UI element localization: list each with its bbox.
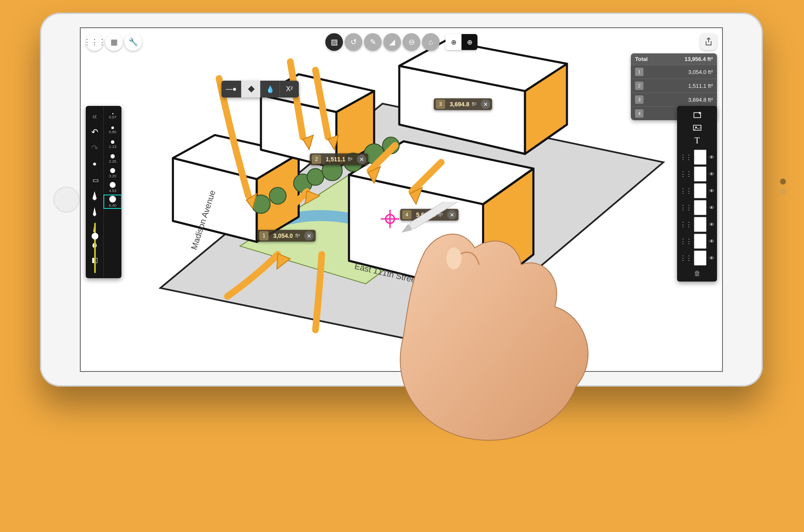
brush-size-label: 0.57: [109, 115, 116, 119]
redo-button[interactable]: ↷: [89, 142, 100, 154]
layers-panel: T ⋮⋮👁⋮⋮👁⋮⋮👁⋮⋮👁⋮⋮👁⋮⋮👁⋮⋮👁 🗑: [677, 106, 717, 282]
brush-size-label: 0.80: [109, 130, 116, 134]
share-icon: [705, 37, 712, 46]
measurement-tag-4[interactable]: 4 5,696.4 ft² ✕: [400, 209, 459, 221]
fill-mode-pill: —● 💧 X²: [221, 81, 299, 97]
measurement-num: 1: [259, 231, 269, 240]
layer-row[interactable]: ⋮⋮👁: [677, 233, 717, 250]
grid-dots-button[interactable]: ⋮⋮⋮: [86, 33, 103, 51]
measurement-num: 2: [312, 155, 321, 164]
apps-grid-button[interactable]: ▦: [105, 33, 123, 51]
add-layer-button[interactable]: [691, 110, 704, 120]
mode-bucket-button[interactable]: [241, 81, 260, 97]
layer-drag-handle-icon[interactable]: ⋮⋮: [680, 204, 691, 212]
measurement-unit: ft²: [295, 233, 303, 239]
layer-visibility-icon[interactable]: 👁: [709, 221, 714, 228]
layer-row[interactable]: ⋮⋮👁: [677, 149, 717, 166]
delete-layer-button[interactable]: 🗑: [677, 266, 717, 277]
brush-size-4.53[interactable]: 4.53: [104, 181, 121, 194]
layer-thumbnail[interactable]: [694, 183, 706, 198]
layer-thumbnail[interactable]: [694, 200, 706, 215]
layer-row[interactable]: ⋮⋮👁: [677, 182, 717, 199]
brush-size-0.57[interactable]: 0.57: [104, 109, 121, 123]
layer-row[interactable]: ⋮⋮👁: [677, 216, 717, 233]
mode-line-button[interactable]: —●: [221, 81, 241, 97]
pencil-tool-button[interactable]: ✎: [364, 33, 382, 51]
history-tool-button[interactable]: ↺: [345, 33, 362, 51]
layer-drag-handle-icon[interactable]: ⋮⋮: [680, 187, 691, 195]
area-total-row: Total 13,956.4 ft²: [631, 53, 717, 65]
measurement-tag-1[interactable]: 1 3,054.0 ft² ✕: [257, 230, 316, 242]
brush-panel: « ↶ ↷ ● ▭ ◧ 0.570.801.132.263.204.536.40: [86, 106, 121, 278]
close-icon[interactable]: ✕: [357, 155, 366, 164]
app-screen: Madison Avenue East 111th Street ⋮⋮⋮ ▦ 🔧…: [80, 27, 723, 372]
layer-visibility-icon[interactable]: 👁: [709, 205, 714, 211]
layer-visibility-icon[interactable]: 👁: [709, 171, 714, 177]
layer-row[interactable]: ⋮⋮👁: [677, 250, 717, 266]
panel-collapse-button[interactable]: «: [89, 110, 100, 122]
measurement-tag-2[interactable]: 2 1,511.1 ft² ✕: [310, 153, 368, 165]
layer-drag-handle-icon[interactable]: ⋮⋮: [680, 237, 691, 245]
area-row-1[interactable]: 1 3,054.0 ft²: [631, 65, 717, 79]
close-icon[interactable]: ✕: [481, 100, 490, 109]
brush-size-label: 3.20: [109, 174, 116, 178]
top-center-toolbar: ▨ ↺ ✎ ◢ ⊖ ⌂ ⊕ ⊕: [325, 33, 477, 51]
mode-power-button[interactable]: X²: [279, 81, 299, 97]
brush-size-6.40[interactable]: 6.40: [104, 195, 121, 208]
measurement-unit: ft²: [348, 156, 355, 162]
brush-flat-button[interactable]: ▭: [89, 174, 100, 186]
layer-drag-handle-icon[interactable]: ⋮⋮: [680, 153, 691, 161]
measurement-tag-3[interactable]: 3 3,694.8 ft² ✕: [434, 98, 492, 110]
close-icon[interactable]: ✕: [447, 210, 456, 219]
top-left-toolbar: ⋮⋮⋮ ▦ 🔧: [86, 33, 142, 51]
layer-visibility-icon[interactable]: 👁: [709, 188, 714, 194]
area-row-3[interactable]: 3 3,694.8 ft²: [631, 92, 717, 106]
layer-drag-handle-icon[interactable]: ⋮⋮: [680, 170, 691, 178]
subtract-tool-button[interactable]: ⊖: [403, 33, 420, 51]
area-total-value: 13,956.4 ft²: [685, 56, 713, 62]
drawing-canvas[interactable]: [81, 28, 722, 372]
close-icon[interactable]: ✕: [304, 231, 314, 240]
layer-thumbnail[interactable]: [694, 250, 706, 266]
measurement-value: 1,511.1: [323, 156, 348, 163]
settings-wrench-button[interactable]: 🔧: [124, 33, 142, 51]
brush-size-1.13[interactable]: 1.13: [104, 138, 121, 151]
layer-visibility-icon[interactable]: 👁: [709, 255, 714, 261]
share-button[interactable]: [700, 33, 717, 50]
opacity-slider-track[interactable]: [94, 223, 96, 273]
opacity-slider-thumb[interactable]: [92, 233, 98, 240]
home-button[interactable]: [53, 187, 79, 213]
add-text-layer-button[interactable]: T: [691, 135, 704, 145]
svg-point-15: [307, 169, 324, 185]
layer-thumbnail[interactable]: [694, 217, 706, 232]
layer-visibility-icon[interactable]: 👁: [709, 238, 714, 245]
mode-droplet-button[interactable]: 💧: [260, 81, 279, 97]
layer-thumbnail[interactable]: [694, 150, 706, 165]
layer-thumbnail[interactable]: [694, 234, 706, 249]
shape-tool-button[interactable]: ◢: [383, 33, 401, 51]
layer-visibility-icon[interactable]: 👁: [709, 154, 714, 161]
svg-point-20: [269, 187, 286, 204]
undo-button[interactable]: ↶: [89, 126, 100, 138]
measurement-value: 3,054.0: [271, 232, 295, 239]
area-row-num: 2: [635, 82, 643, 90]
measurement-num: 3: [436, 100, 445, 109]
layer-drag-handle-icon[interactable]: ⋮⋮: [680, 254, 691, 262]
add-image-layer-button[interactable]: [691, 123, 704, 133]
area-row-2[interactable]: 2 1,511.1 ft²: [631, 79, 717, 92]
brush-size-3.20[interactable]: 3.20: [104, 166, 121, 180]
snap-toggle[interactable]: ⊕ ⊕: [445, 34, 477, 50]
layer-drag-handle-icon[interactable]: ⋮⋮: [680, 221, 691, 229]
brush-size-0.80[interactable]: 0.80: [104, 124, 121, 137]
layer-thumbnail[interactable]: [694, 166, 706, 182]
layer-row[interactable]: ⋮⋮👁: [677, 166, 717, 182]
area-row-num: 1: [635, 68, 643, 76]
snap-grid-icon: ⊕: [461, 34, 477, 50]
brush-round-button[interactable]: ●: [89, 158, 100, 170]
brush-pen-button[interactable]: [89, 206, 100, 218]
brush-marker-button[interactable]: [89, 190, 100, 202]
hatch-tool-button[interactable]: ▨: [325, 33, 343, 51]
brush-size-2.26[interactable]: 2.26: [104, 152, 121, 166]
home-tool-button[interactable]: ⌂: [422, 33, 440, 51]
layer-row[interactable]: ⋮⋮👁: [677, 199, 717, 216]
